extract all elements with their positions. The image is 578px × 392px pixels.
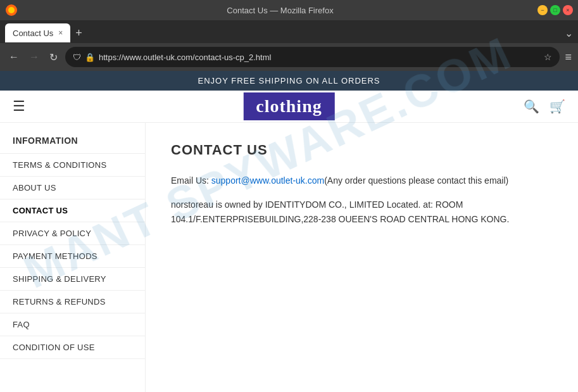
sidebar-item-faq[interactable]: FAQ — [0, 313, 145, 336]
sidebar: INFORMATION TERMS & CONDITIONS ABOUT US … — [0, 123, 146, 392]
main-layout: INFORMATION TERMS & CONDITIONS ABOUT US … — [0, 123, 578, 392]
window-title: Contact Us — Mozilla Firefox — [23, 6, 537, 15]
company-info: norstoreau is owned by IDENTITYDOM CO., … — [171, 198, 553, 226]
sidebar-item-conditions[interactable]: CONDITION OF USE — [0, 336, 145, 359]
email-label: Email Us: — [171, 175, 211, 186]
svg-point-1 — [8, 7, 15, 13]
promo-text: ENJOY FREE SHIPPING ON ALL ORDERS — [198, 76, 380, 85]
logo-wrap: clothing — [243, 92, 334, 120]
search-button[interactable]: 🔍 — [524, 99, 539, 114]
menu-button[interactable]: ≡ — [565, 51, 572, 64]
sidebar-item-shipping[interactable]: SHIPPING & DELIVERY — [0, 267, 145, 290]
promo-bar: ENJOY FREE SHIPPING ON ALL ORDERS — [0, 71, 578, 91]
sidebar-item-about[interactable]: ABOUT US — [0, 176, 145, 199]
sidebar-item-contact[interactable]: CONTACT US — [0, 199, 145, 222]
lock-icon: 🔒 — [85, 53, 95, 62]
sidebar-item-privacy[interactable]: PRIVACY & POLICY — [0, 222, 145, 244]
page-title: CONTACT US — [171, 142, 553, 158]
tab-label: Contact Us — [13, 28, 53, 38]
address-bar: ← → ↻ 🛡 🔒 https://www.outlet-uk.com/cont… — [0, 43, 578, 71]
close-button[interactable]: × — [563, 5, 573, 15]
back-button[interactable]: ← — [6, 50, 22, 64]
forward-button[interactable]: → — [27, 50, 42, 64]
email-link[interactable]: support@www.outlet-uk.com — [211, 175, 324, 186]
site-logo[interactable]: clothing — [243, 92, 334, 120]
email-note: (Any order questions please contact this… — [324, 175, 508, 186]
content-area: CONTACT US Email Us: support@www.outlet-… — [146, 123, 578, 392]
menu-hamburger-button[interactable]: ☰ — [13, 98, 25, 115]
email-info: Email Us: support@www.outlet-uk.com(Any … — [171, 174, 553, 187]
window-controls[interactable]: − □ × — [537, 5, 573, 15]
bookmark-icon[interactable]: ☆ — [544, 52, 552, 62]
cart-button[interactable]: 🛒 — [550, 99, 565, 114]
browser-chrome: Contact Us — Mozilla Firefox − □ × Conta… — [0, 0, 578, 71]
sidebar-item-payment[interactable]: PAYMENT METHODS — [0, 244, 145, 267]
url-text[interactable]: https://www.outlet-uk.com/contact-us-cp_… — [99, 53, 540, 62]
sidebar-heading: INFORMATION — [0, 136, 145, 153]
firefox-icon — [5, 4, 18, 16]
sidebar-item-returns[interactable]: RETURNS & REFUNDS — [0, 290, 145, 313]
tab-close-icon[interactable]: × — [58, 28, 63, 37]
tab-bar: Contact Us × + ⌄ — [0, 20, 578, 43]
site-header: ☰ clothing 🔍 🛒 — [0, 91, 578, 123]
minimize-button[interactable]: − — [537, 5, 548, 15]
secure-icon: 🛡 — [73, 53, 81, 62]
header-icons: 🔍 🛒 — [524, 99, 565, 114]
new-tab-button[interactable]: + — [75, 27, 82, 40]
reload-button[interactable]: ↻ — [47, 50, 60, 65]
title-bar: Contact Us — Mozilla Firefox − □ × — [0, 0, 578, 20]
tab-list-button[interactable]: ⌄ — [565, 27, 573, 39]
url-box[interactable]: 🛡 🔒 https://www.outlet-uk.com/contact-us… — [65, 47, 560, 67]
active-tab[interactable]: Contact Us × — [5, 23, 70, 42]
maximize-button[interactable]: □ — [550, 5, 560, 15]
sidebar-item-terms[interactable]: TERMS & CONDITIONS — [0, 153, 145, 176]
